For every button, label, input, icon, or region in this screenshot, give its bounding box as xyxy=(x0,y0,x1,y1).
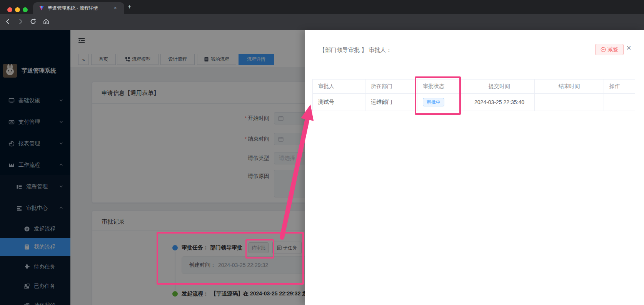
cell-approver: 测试号 xyxy=(313,94,365,111)
cell-department: 运维部门 xyxy=(365,94,417,111)
col-status: 审批状态 xyxy=(417,80,464,94)
col-action: 操作 xyxy=(604,80,635,94)
forward-icon[interactable] xyxy=(17,18,24,27)
new-tab-button[interactable]: + xyxy=(128,3,131,10)
traffic-light-minimize[interactable] xyxy=(15,7,20,12)
cell-submit-time: 2024-03-25 22:35:40 xyxy=(464,94,535,111)
status-badge: 审批中 xyxy=(423,98,444,106)
favicon-icon xyxy=(38,5,45,13)
col-submit-time: 提交时间 xyxy=(464,80,535,94)
circle-minus-icon xyxy=(601,47,606,52)
drawer-title: 【部门领导审批 】 审批人： xyxy=(319,46,392,54)
approval-detail-drawer: 【部门领导审批 】 审批人： 减签 × 审批人 所在部门 审批状态 提交时间 结… xyxy=(305,30,644,305)
reduce-sign-button[interactable]: 减签 xyxy=(595,44,624,55)
tab-title: 芋道管理系统 - 流程详情 xyxy=(48,5,98,12)
button-label: 减签 xyxy=(607,46,618,53)
table-row: 测试号 运维部门 审批中 2024-03-25 22:35:40 xyxy=(313,94,635,111)
col-end-time: 结束时间 xyxy=(535,80,604,94)
browser-toolbar: 127.0.0.1/bpm/process-instance/detail?id… xyxy=(0,14,644,30)
col-approver: 审批人 xyxy=(313,80,365,94)
cell-status: 审批中 xyxy=(417,94,464,111)
cell-action xyxy=(604,94,635,111)
browser-tabstrip: 芋道管理系统 - 流程详情 × + xyxy=(0,0,644,14)
traffic-light-zoom[interactable] xyxy=(23,7,28,12)
table-header-row: 审批人 所在部门 审批状态 提交时间 结束时间 操作 xyxy=(313,80,635,94)
home-icon[interactable] xyxy=(43,18,50,27)
tab-close-icon[interactable]: × xyxy=(114,5,117,11)
cell-end-time xyxy=(535,94,604,111)
traffic-light-close[interactable] xyxy=(7,7,12,12)
drawer-close-icon[interactable]: × xyxy=(626,43,631,53)
browser-tab[interactable]: 芋道管理系统 - 流程详情 × xyxy=(33,2,124,14)
reload-icon[interactable] xyxy=(30,18,37,27)
col-department: 所在部门 xyxy=(365,80,417,94)
back-icon[interactable] xyxy=(5,18,12,27)
screen: 芋道管理系统 - 流程详情 × + 127.0.0.1/bpm/process-… xyxy=(0,0,644,305)
approver-table: 审批人 所在部门 审批状态 提交时间 结束时间 操作 测试号 运维部门 审批中 … xyxy=(312,79,635,111)
